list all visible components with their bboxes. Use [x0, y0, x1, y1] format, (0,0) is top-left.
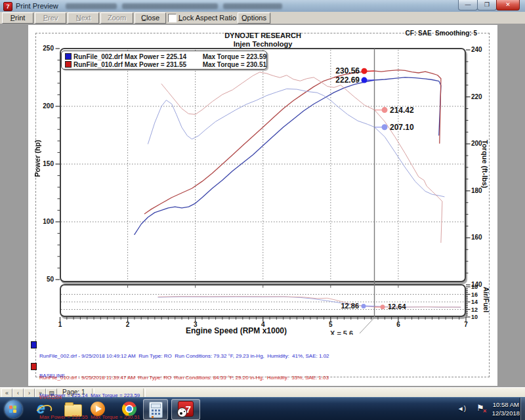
window-title: Print Preview	[16, 2, 58, 10]
redacted-title-text	[122, 3, 218, 9]
next-button[interactable]: N̲ext	[68, 12, 99, 24]
legend-text: RunFile_002.drf Max Power = 225.14	[74, 53, 203, 60]
volume-icon[interactable]: ◄)	[457, 405, 466, 412]
prev-button[interactable]: P̲rev	[35, 12, 66, 24]
preview-area: DYNOJET RESEARCH Injen Technology CF: SA…	[0, 24, 525, 387]
zoom-out-button[interactable]: Zoom O̲ut	[100, 12, 133, 24]
clock-time: 10:58 AM	[492, 400, 520, 409]
run1-swatch	[31, 341, 37, 348]
run2-line3: Max Power = 231.55 Max Torque = 230.51	[39, 414, 329, 420]
run1-line1: RunFile_002.drf - 9/25/2018 10:49:12 AM …	[39, 353, 329, 360]
clock-date: 12/3/2018	[492, 409, 520, 417]
correction-factor-label: CF: SAE Smoothing: 5	[406, 30, 477, 37]
redacted-title-text	[223, 3, 282, 9]
report-subtitle: Injen Technology	[28, 40, 497, 48]
cursor-x-value: X = 5.6	[330, 330, 362, 335]
start-button[interactable]	[5, 400, 22, 418]
print-button[interactable]: P̲rint	[2, 12, 33, 24]
close-window-button[interactable]: ✕	[496, 0, 520, 10]
lock-aspect-ratio-label: L̲ock Aspect Ratio	[178, 14, 236, 22]
legend-text2: Max Torque = 223.59	[203, 53, 266, 60]
lock-aspect-ratio-checkbox[interactable]	[168, 14, 177, 22]
minimize-button[interactable]: —	[458, 0, 478, 10]
legend-text2: Max Torque = 230.51	[203, 61, 266, 68]
windows-logo-icon	[9, 406, 12, 409]
torque-axis-title: Torque (ft-lbs)	[481, 140, 489, 188]
options-button[interactable]: O̲ptions	[238, 12, 270, 24]
taskbar-clock[interactable]: 10:58 AM 12/3/2018	[492, 400, 520, 417]
legend-text: RunFile_010.drf Max Power = 231.55	[74, 61, 203, 68]
show-desktop-button[interactable]	[520, 398, 525, 420]
action-center-alert: ✕	[482, 408, 487, 414]
run2-info: RunFile_010.drf - 9/25/2018 11:39:47 AM …	[39, 362, 329, 420]
run2-swatch	[31, 363, 37, 370]
restore-button[interactable]: ❐	[477, 0, 497, 10]
app-icon: 7	[3, 2, 12, 11]
air-fuel-plot	[60, 284, 466, 317]
run2-line2: EVO1104	[39, 394, 329, 401]
power-axis-title: Power (hp)	[33, 140, 41, 177]
legend-row: RunFile_010.drf Max Power = 231.55 Max T…	[65, 60, 266, 68]
af-axis-title: Air/Fuel	[482, 287, 490, 312]
toolbar: P̲rint P̲rev N̲ext Zoom O̲ut C̲lose L̲oc…	[0, 12, 525, 24]
titlebar: 7 Print Preview — ❐ ✕	[0, 0, 525, 12]
print-preview-window: 7 Print Preview — ❐ ✕ P̲rint P̲rev N̲ext…	[0, 0, 525, 420]
redacted-title-text	[66, 3, 117, 9]
legend-row: RunFile_002.drf Max Power = 225.14 Max T…	[65, 52, 266, 60]
x-axis-title: Engine Speed (RPM x1000)	[186, 326, 287, 335]
power-torque-plot	[60, 48, 466, 282]
legend-swatch-red	[65, 61, 72, 68]
report-page: DYNOJET RESEARCH Injen Technology CF: SA…	[28, 25, 497, 386]
run2-line1: RunFile_010.drf - 9/25/2018 11:39:47 AM …	[39, 375, 329, 381]
legend-swatch-blue	[65, 53, 72, 60]
close-preview-button[interactable]: C̲lose	[135, 12, 166, 24]
chart-legend: RunFile_002.drf Max Power = 225.14 Max T…	[61, 51, 267, 70]
